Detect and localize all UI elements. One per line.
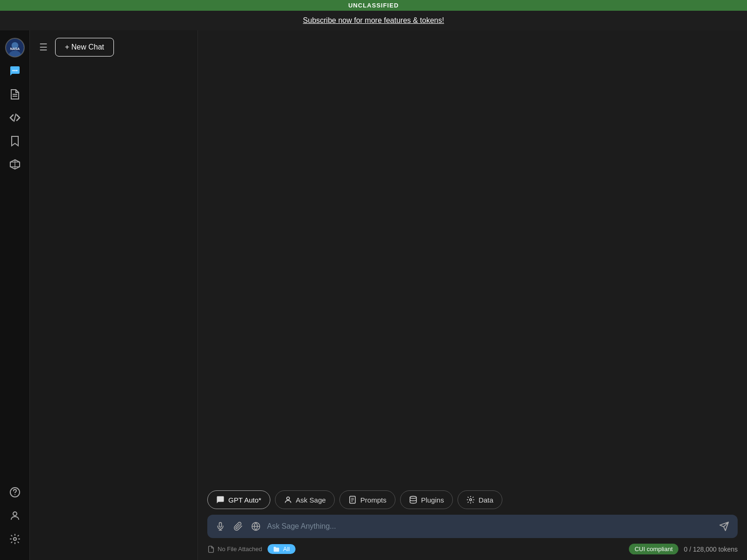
svg-line-9 (14, 114, 16, 121)
svg-point-23 (470, 499, 472, 501)
book-nav-icon[interactable] (5, 85, 25, 104)
person-icon (284, 496, 292, 504)
file-icon (207, 546, 215, 553)
help-nav-icon[interactable] (5, 482, 25, 502)
folder-icon (273, 546, 280, 553)
chat-history-sidebar: ☰ + New Chat (30, 30, 198, 560)
no-file-label: No File Attached (207, 546, 262, 553)
plugins-button[interactable]: Plugins (400, 490, 453, 509)
user-nav-icon[interactable] (5, 506, 25, 525)
svg-text:NASA: NASA (10, 47, 20, 51)
chat-main: GPT Auto* Ask Sage (198, 30, 747, 560)
bookmark-nav-icon[interactable] (5, 131, 25, 151)
token-count: 0 / 128,000 tokens (684, 546, 738, 553)
model-toolbar: GPT Auto* Ask Sage (207, 490, 738, 509)
chat-bubble-icon (216, 496, 225, 504)
settings-nav-icon[interactable] (5, 529, 25, 549)
document-icon (348, 496, 357, 504)
chat-bottom: GPT Auto* Ask Sage (198, 485, 747, 560)
data-button[interactable]: Data (458, 490, 502, 509)
svg-point-15 (13, 512, 17, 516)
globe-button[interactable] (249, 520, 262, 533)
subscribe-link[interactable]: Subscribe now for more features & tokens… (303, 16, 444, 24)
avatar[interactable]: NASA (5, 38, 25, 57)
prompts-button[interactable]: Prompts (339, 490, 395, 509)
svg-point-5 (14, 70, 15, 71)
svg-point-6 (16, 70, 17, 71)
subscribe-banner: Subscribe now for more features & tokens… (0, 11, 747, 30)
database-icon (409, 496, 417, 504)
attachment-button[interactable] (232, 520, 245, 533)
send-button[interactable] (717, 519, 731, 533)
globe-icon (251, 522, 261, 531)
chat-nav-icon[interactable] (5, 61, 25, 81)
microphone-icon (216, 522, 225, 531)
svg-point-14 (14, 494, 15, 495)
status-left: No File Attached All (207, 544, 296, 554)
svg-point-16 (14, 538, 16, 540)
chat-sidebar-header: ☰ + New Chat (37, 38, 190, 57)
hamburger-button[interactable]: ☰ (37, 40, 49, 55)
chat-content (198, 30, 747, 485)
svg-point-17 (287, 497, 289, 500)
icon-sidebar: NASA (0, 30, 30, 560)
classification-bar: UNCLASSIFIED (0, 0, 747, 11)
ask-sage-button[interactable]: Ask Sage (275, 490, 335, 509)
all-badge[interactable]: All (268, 544, 295, 554)
chat-input[interactable] (267, 522, 712, 531)
svg-rect-24 (219, 523, 222, 527)
svg-point-4 (12, 70, 14, 71)
status-bar: No File Attached All CUI compliant 0 / 1… (207, 542, 738, 556)
gpt-auto-button[interactable]: GPT Auto* (207, 490, 270, 509)
status-right: CUI compliant 0 / 128,000 tokens (629, 544, 738, 554)
svg-point-22 (410, 496, 416, 499)
paperclip-icon (233, 522, 243, 531)
microphone-button[interactable] (214, 520, 227, 533)
code-nav-icon[interactable] (5, 108, 25, 128)
send-icon (719, 521, 729, 532)
cube-nav-icon[interactable] (5, 155, 25, 174)
cui-badge: CUI compliant (629, 544, 678, 554)
gear-icon (466, 496, 475, 504)
new-chat-button[interactable]: + New Chat (55, 38, 114, 57)
chat-input-wrapper (207, 515, 738, 538)
